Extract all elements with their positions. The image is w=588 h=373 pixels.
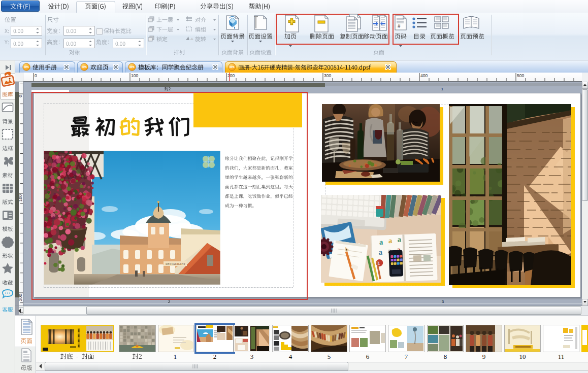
svg-text:RESTAURANT: RESTAURANT — [166, 262, 186, 265]
svg-text:a: a — [378, 248, 383, 256]
svg-text:a: a — [379, 238, 384, 246]
svg-text:a: a — [388, 236, 393, 245]
svg-text:a: a — [397, 235, 402, 243]
